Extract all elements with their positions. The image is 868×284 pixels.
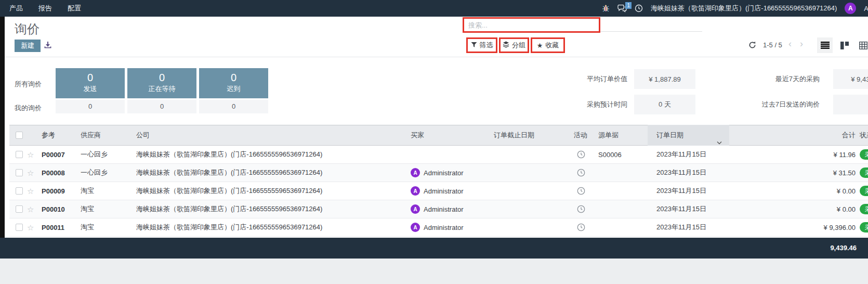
cell-company: 海峡姐妹茶（歌笛湖印象里店）(门店-1665555596536971264): [136, 150, 409, 159]
header-activities[interactable]: 活动: [574, 131, 597, 140]
row-checkbox[interactable]: [16, 151, 23, 158]
list-view-button[interactable]: [817, 37, 833, 53]
search-bar-underline: [600, 31, 702, 32]
nav-item-products[interactable]: 产品: [9, 4, 23, 13]
user-name[interactable]: Administrator: [864, 5, 868, 12]
cell-activity: [574, 223, 597, 231]
cell-total: ¥ 11.96: [729, 151, 856, 159]
favorite-star-icon[interactable]: ☆: [27, 224, 36, 231]
status-badge: 采购订单: [860, 167, 868, 178]
table-row[interactable]: ☆ P00007 一心回乡 海峡姐妹茶（歌笛湖印象里店）(门店-16655555…: [9, 146, 868, 164]
clock-activity-icon[interactable]: [577, 205, 585, 213]
pager-counter: 1-5 / 5: [763, 41, 782, 49]
cell-company: 海峡姐妹茶（歌笛湖印象里店）(门店-1665555596536971264): [136, 223, 409, 232]
clock-activity-icon[interactable]: [577, 169, 585, 177]
messages-icon[interactable]: 1: [617, 5, 627, 12]
user-avatar[interactable]: A: [845, 3, 856, 14]
cell-buyer: A Administrator: [411, 204, 492, 214]
activity-clock-icon[interactable]: [635, 4, 643, 12]
table-row[interactable]: ☆ P00011 淘宝 海峡姐妹茶（歌笛湖印象里店）(门店-1665555596…: [9, 218, 868, 237]
search-input[interactable]: [464, 21, 599, 29]
footer-total-sum: 9,439.46: [830, 238, 857, 259]
top-navbar: 产品 报告 配置 1: [0, 0, 868, 17]
table-row[interactable]: ☆ P00010 淘宝 海峡姐妹茶（歌笛湖印象里店）(门店-1665555596…: [9, 200, 868, 218]
kpi-my-late[interactable]: 0: [199, 100, 268, 113]
header-source-document[interactable]: 源单据: [598, 131, 645, 140]
favorite-star-icon[interactable]: ☆: [27, 151, 36, 159]
nav-item-reporting[interactable]: 报告: [38, 4, 52, 13]
create-button[interactable]: 新建: [15, 40, 41, 52]
row-checkbox[interactable]: [16, 187, 23, 195]
header-vendor[interactable]: 供应商: [81, 131, 135, 140]
group-by-label: 分组: [512, 41, 525, 50]
buyer-avatar: A: [411, 223, 420, 232]
table-header-row: 参考 供应商 公司 买家 订单截止日期 活动 源单据 订单日期 合计 状态: [9, 125, 868, 146]
table-row[interactable]: ☆ P00009 淘宝 海峡姐妹茶（歌笛湖印象里店）(门店-1665555596…: [9, 182, 868, 200]
row-checkbox[interactable]: [16, 224, 23, 231]
favorite-star-icon[interactable]: ☆: [27, 187, 36, 195]
clock-activity-icon[interactable]: [577, 150, 585, 159]
header-buyer[interactable]: 买家: [411, 131, 492, 140]
header-status[interactable]: 状态: [860, 131, 868, 140]
pager-next-icon[interactable]: ›: [800, 38, 803, 49]
cell-vendor: 淘宝: [81, 204, 135, 214]
buyer-name: Administrator: [424, 169, 464, 177]
group-by-button[interactable]: 分组: [499, 37, 529, 53]
cell-vendor: 一心回乡: [81, 168, 135, 177]
header-total[interactable]: 合计: [729, 131, 856, 140]
stat-label-purchases-7d: 最近7天的采购: [726, 69, 820, 89]
pivot-view-button[interactable]: [856, 37, 868, 53]
kanban-view-button[interactable]: [837, 37, 852, 53]
refresh-icon[interactable]: [748, 41, 756, 51]
company-name[interactable]: 海峡姐妹茶（歌笛湖印象里店）(门店-1665555596536971264): [651, 4, 837, 13]
cell-activity: [574, 205, 597, 213]
cell-company: 海峡姐妹茶（歌笛湖印象里店）(门店-1665555596536971264): [136, 204, 409, 214]
header-company[interactable]: 公司: [136, 131, 409, 140]
cell-reference: P00010: [42, 205, 79, 213]
cell-order-date: 2023年11月15日: [648, 186, 729, 196]
kpi-my-sent[interactable]: 0: [56, 100, 125, 113]
kpi-card-waiting[interactable]: 0 正在等待: [127, 68, 196, 98]
debug-bug-icon[interactable]: [602, 5, 610, 12]
clock-activity-icon[interactable]: [577, 223, 585, 231]
favorite-star-icon[interactable]: ☆: [27, 205, 36, 213]
buyer-name: Administrator: [424, 224, 464, 231]
kpi-card-late[interactable]: 0 迟到: [199, 68, 268, 98]
stat-value-avg-order: ¥ 1,887.89: [634, 69, 695, 89]
cell-total: ¥ 0.00: [729, 187, 856, 195]
rfq-list-table: 参考 供应商 公司 买家 订单截止日期 活动 源单据 订单日期 合计 状态 ☆ …: [9, 125, 868, 237]
cell-order-date: 2023年11月15日: [648, 150, 729, 159]
row-checkbox[interactable]: [16, 205, 23, 213]
buyer-avatar: A: [411, 168, 420, 177]
header-order-date-sorted[interactable]: 订单日期: [648, 125, 729, 146]
kpi-card-sent[interactable]: 0 发送: [56, 68, 125, 98]
favorites-label: 收藏: [545, 41, 559, 50]
stat-value-purchases-7d: ¥ 9,439.46: [833, 69, 868, 89]
buyer-avatar: A: [411, 186, 420, 196]
kpi-label: 正在等待: [127, 84, 196, 94]
favorite-star-icon[interactable]: ☆: [27, 169, 36, 177]
favorites-button[interactable]: ★ 收藏: [531, 37, 565, 53]
table-row[interactable]: ☆ P00008 一心回乡 海峡姐妹茶（歌笛湖印象里店）(门店-16655555…: [9, 164, 868, 182]
cell-vendor: 淘宝: [81, 223, 135, 232]
nav-item-configuration[interactable]: 配置: [68, 4, 81, 13]
buyer-avatar: A: [411, 204, 420, 214]
all-rfq-row-label: 所有询价: [15, 80, 42, 89]
header-order-date-label: 订单日期: [656, 131, 683, 139]
cell-order-date: 2023年11月15日: [648, 168, 729, 177]
clock-activity-icon[interactable]: [577, 187, 585, 195]
cell-vendor: 一心回乡: [81, 150, 135, 159]
select-all-checkbox[interactable]: [16, 132, 23, 139]
cell-reference: P00008: [42, 169, 79, 177]
kpi-value: 0: [199, 72, 268, 84]
header-order-deadline[interactable]: 订单截止日期: [494, 131, 571, 140]
cell-status: 采购订单: [860, 186, 868, 196]
export-download-icon[interactable]: [44, 41, 52, 51]
filters-button[interactable]: 筛选: [466, 37, 497, 53]
header-reference[interactable]: 参考: [42, 131, 79, 140]
cell-status: 采购订单: [860, 222, 868, 233]
status-badge: 采购订单: [860, 204, 868, 214]
pager-prev-icon[interactable]: ‹: [788, 38, 792, 49]
kpi-my-waiting[interactable]: 0: [127, 100, 196, 113]
row-checkbox[interactable]: [16, 169, 23, 176]
